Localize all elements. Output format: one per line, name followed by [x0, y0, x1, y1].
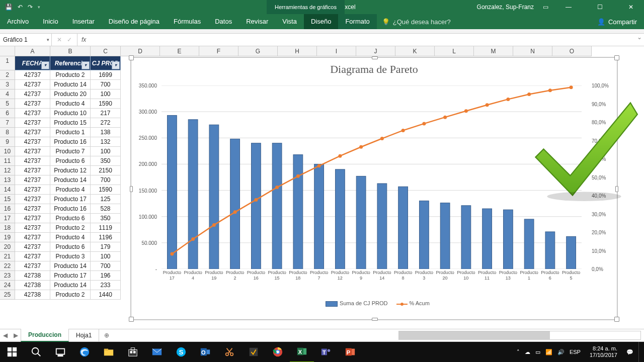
app-icon[interactable]	[242, 342, 266, 362]
row-header[interactable]: 15	[0, 195, 15, 204]
tray-up-icon[interactable]: ˄	[517, 349, 520, 355]
column-header[interactable]: J	[356, 46, 395, 56]
row-header[interactable]: 17	[0, 214, 15, 223]
tray-battery-icon[interactable]: ▭	[535, 349, 540, 355]
column-header[interactable]: B	[50, 46, 91, 56]
row-header[interactable]: 14	[0, 185, 15, 195]
tray-lang[interactable]: ESP	[570, 349, 581, 355]
row-header[interactable]: 1	[0, 56, 15, 70]
row-header[interactable]: 9	[0, 137, 15, 147]
qat-dropdown-icon[interactable]: ▾	[38, 5, 40, 10]
column-header[interactable]: N	[513, 46, 552, 56]
table-header-cell[interactable]: FECHA▾	[15, 56, 50, 70]
row-header[interactable]: 4	[0, 89, 15, 99]
table-cell[interactable]: 125	[91, 195, 121, 204]
tab-revisar[interactable]: Revisar	[239, 14, 275, 29]
table-cell[interactable]: 42737	[15, 118, 50, 128]
table-cell[interactable]: 700	[91, 80, 121, 89]
tab-diseno[interactable]: Diseño	[304, 14, 338, 29]
table-cell[interactable]: Producto 14	[50, 281, 91, 290]
table-cell[interactable]: 138	[91, 128, 121, 137]
horizontal-scrollbar[interactable]	[398, 331, 641, 340]
row-header[interactable]: 2	[0, 70, 15, 80]
table-cell[interactable]: 1196	[91, 233, 121, 242]
minimize-button[interactable]: —	[557, 0, 580, 14]
column-header[interactable]: F	[199, 46, 238, 56]
table-cell[interactable]: Producto 16	[50, 204, 91, 214]
table-cell[interactable]: 100	[91, 89, 121, 99]
row-header[interactable]: 24	[0, 281, 15, 290]
expand-formula-icon[interactable]: ⌄	[635, 34, 644, 46]
column-header[interactable]: I	[317, 46, 356, 56]
excel-icon[interactable]: X	[290, 341, 314, 362]
filter-icon[interactable]: ▾	[112, 61, 120, 69]
chart-object[interactable]: Diagrama de Pareto -50.000100.000150.000…	[131, 57, 617, 320]
table-cell[interactable]: Producto 4	[50, 233, 91, 242]
cancel-formula-icon[interactable]: ✕	[57, 36, 62, 43]
table-cell[interactable]: 42737	[15, 242, 50, 252]
row-header[interactable]: 8	[0, 128, 15, 137]
share-button[interactable]: 👤Compartir	[590, 14, 644, 29]
table-cell[interactable]: 1590	[91, 99, 121, 109]
table-cell[interactable]: 179	[91, 242, 121, 252]
table-cell[interactable]: 42737	[15, 175, 50, 185]
table-cell[interactable]: 100	[91, 252, 121, 261]
row-header[interactable]: 18	[0, 223, 15, 233]
table-cell[interactable]: 42737	[15, 233, 50, 242]
column-header[interactable]: D	[121, 46, 160, 56]
tab-diseno-pagina[interactable]: Diseño de página	[102, 14, 167, 29]
row-header[interactable]: 23	[0, 271, 15, 281]
table-cell[interactable]: 42737	[15, 223, 50, 233]
row-header[interactable]: 7	[0, 118, 15, 128]
column-header[interactable]: G	[238, 46, 278, 56]
table-cell[interactable]: Producto 6	[50, 242, 91, 252]
column-header[interactable]: M	[474, 46, 513, 56]
table-cell[interactable]: 1440	[91, 290, 121, 300]
name-box[interactable]: Gráfico 1	[0, 34, 52, 46]
task-view-icon[interactable]	[48, 342, 72, 362]
column-header[interactable]: A	[15, 46, 50, 56]
accept-formula-icon[interactable]: ✓	[67, 36, 72, 43]
table-cell[interactable]: Producto 3	[50, 252, 91, 261]
table-cell[interactable]: 42737	[15, 166, 50, 175]
tray-clock[interactable]: 8:24 a. m. 17/10/2017	[586, 345, 621, 358]
table-cell[interactable]: Producto 10	[50, 109, 91, 118]
resize-handle[interactable]	[614, 55, 619, 60]
tab-vista[interactable]: Vista	[275, 14, 304, 29]
row-header[interactable]: 21	[0, 252, 15, 261]
table-cell[interactable]: 42737	[15, 80, 50, 89]
table-cell[interactable]: Producto 2	[50, 223, 91, 233]
add-sheet-button[interactable]: ⊕	[99, 332, 114, 339]
table-cell[interactable]: 233	[91, 281, 121, 290]
chart-title[interactable]: Diagrama de Pareto	[131, 63, 617, 76]
formula-input[interactable]	[90, 34, 635, 46]
redo-icon[interactable]: ↷	[28, 4, 33, 11]
row-header[interactable]: 10	[0, 147, 15, 156]
column-header[interactable]: C	[91, 46, 121, 56]
table-cell[interactable]: 42738	[15, 281, 50, 290]
row-header[interactable]: 13	[0, 175, 15, 185]
table-cell[interactable]: 42737	[15, 195, 50, 204]
table-cell[interactable]: Producto 15	[50, 118, 91, 128]
table-cell[interactable]: Producto 1	[50, 128, 91, 137]
table-cell[interactable]: 1119	[91, 223, 121, 233]
outlook-icon[interactable]: O	[193, 342, 217, 362]
powerpoint-icon[interactable]: P	[338, 342, 362, 362]
table-cell[interactable]: Producto 14	[50, 80, 91, 89]
search-icon[interactable]	[24, 342, 48, 362]
resize-handle[interactable]	[129, 317, 134, 322]
table-cell[interactable]: 217	[91, 109, 121, 118]
table-cell[interactable]: 42737	[15, 89, 50, 99]
tray-volume-icon[interactable]: 🔊	[557, 349, 565, 355]
table-cell[interactable]: 1590	[91, 185, 121, 195]
table-cell[interactable]: 1699	[91, 70, 121, 80]
table-cell[interactable]: Producto 17	[50, 195, 91, 204]
mail-icon[interactable]	[145, 342, 169, 362]
ribbon-display-icon[interactable]: ▭	[543, 4, 548, 11]
table-cell[interactable]: 2150	[91, 166, 121, 175]
table-cell[interactable]: Producto 14	[50, 175, 91, 185]
fx-icon[interactable]: fx	[77, 34, 90, 46]
column-header[interactable]: K	[395, 46, 435, 56]
table-cell[interactable]: 132	[91, 137, 121, 147]
table-cell[interactable]: 196	[91, 271, 121, 281]
